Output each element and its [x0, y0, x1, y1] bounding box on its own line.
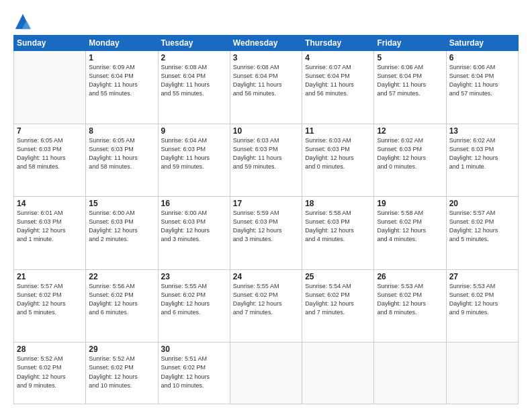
day-info: Sunrise: 6:00 AM Sunset: 6:03 PM Dayligh…: [89, 209, 154, 244]
day-info: Sunrise: 5:51 AM Sunset: 6:02 PM Dayligh…: [161, 355, 227, 390]
calendar-cell: [446, 342, 518, 404]
weekday-header: Friday: [374, 36, 446, 51]
day-number: 30: [161, 345, 227, 354]
calendar-cell: 3Sunrise: 6:08 AM Sunset: 6:04 PM Daylig…: [230, 51, 302, 124]
day-number: 6: [449, 53, 515, 62]
page: SundayMondayTuesdayWednesdayThursdayFrid…: [0, 0, 532, 411]
day-number: 16: [161, 199, 227, 208]
calendar-cell: 12Sunrise: 6:02 AM Sunset: 6:03 PM Dayli…: [374, 124, 446, 197]
day-info: Sunrise: 5:58 AM Sunset: 6:02 PM Dayligh…: [377, 209, 443, 244]
day-info: Sunrise: 6:08 AM Sunset: 6:04 PM Dayligh…: [233, 63, 299, 98]
day-info: Sunrise: 6:06 AM Sunset: 6:04 PM Dayligh…: [449, 63, 515, 98]
day-number: 10: [233, 126, 299, 136]
calendar-cell: 17Sunrise: 5:59 AM Sunset: 6:03 PM Dayli…: [230, 197, 302, 270]
day-info: Sunrise: 6:03 AM Sunset: 6:03 PM Dayligh…: [233, 136, 299, 171]
day-info: Sunrise: 6:03 AM Sunset: 6:03 PM Dayligh…: [305, 136, 371, 171]
day-info: Sunrise: 5:53 AM Sunset: 6:02 PM Dayligh…: [377, 282, 443, 317]
day-number: 24: [233, 272, 299, 281]
calendar-cell: 21Sunrise: 5:57 AM Sunset: 6:02 PM Dayli…: [14, 269, 86, 342]
day-info: Sunrise: 5:59 AM Sunset: 6:03 PM Dayligh…: [233, 209, 299, 244]
calendar-cell: [374, 342, 446, 404]
calendar-cell: 22Sunrise: 5:56 AM Sunset: 6:02 PM Dayli…: [86, 269, 158, 342]
day-info: Sunrise: 6:06 AM Sunset: 6:04 PM Dayligh…: [377, 63, 443, 98]
calendar-cell: 1Sunrise: 6:09 AM Sunset: 6:04 PM Daylig…: [86, 51, 158, 124]
day-info: Sunrise: 6:01 AM Sunset: 6:03 PM Dayligh…: [17, 209, 83, 244]
calendar-cell: 24Sunrise: 5:55 AM Sunset: 6:02 PM Dayli…: [230, 269, 302, 342]
weekday-header: Saturday: [446, 36, 518, 51]
calendar-cell: [302, 342, 374, 404]
calendar-cell: 6Sunrise: 6:06 AM Sunset: 6:04 PM Daylig…: [446, 51, 518, 124]
day-number: 8: [89, 126, 154, 136]
calendar-cell: 14Sunrise: 6:01 AM Sunset: 6:03 PM Dayli…: [14, 197, 86, 270]
weekday-header: Wednesday: [230, 36, 302, 51]
day-number: 5: [377, 53, 443, 62]
day-info: Sunrise: 6:09 AM Sunset: 6:04 PM Dayligh…: [89, 63, 154, 98]
calendar-cell: 9Sunrise: 6:04 AM Sunset: 6:03 PM Daylig…: [158, 124, 230, 197]
day-number: 22: [89, 272, 154, 281]
day-number: 17: [233, 199, 299, 208]
calendar-cell: 2Sunrise: 6:08 AM Sunset: 6:04 PM Daylig…: [158, 51, 230, 124]
day-info: Sunrise: 5:55 AM Sunset: 6:02 PM Dayligh…: [161, 282, 227, 317]
day-info: Sunrise: 5:56 AM Sunset: 6:02 PM Dayligh…: [89, 282, 154, 317]
day-number: 3: [233, 53, 299, 62]
calendar-cell: 20Sunrise: 5:57 AM Sunset: 6:02 PM Dayli…: [446, 197, 518, 270]
day-number: 19: [377, 199, 443, 208]
day-info: Sunrise: 6:02 AM Sunset: 6:03 PM Dayligh…: [377, 136, 443, 171]
day-number: 18: [305, 199, 371, 208]
day-number: 20: [449, 199, 515, 208]
calendar-cell: 15Sunrise: 6:00 AM Sunset: 6:03 PM Dayli…: [86, 197, 158, 270]
day-info: Sunrise: 5:52 AM Sunset: 6:02 PM Dayligh…: [17, 355, 83, 390]
calendar-cell: [14, 51, 86, 124]
weekday-header-row: SundayMondayTuesdayWednesdayThursdayFrid…: [14, 36, 519, 51]
day-number: 2: [161, 53, 227, 62]
day-number: 21: [17, 272, 83, 281]
day-info: Sunrise: 5:57 AM Sunset: 6:02 PM Dayligh…: [17, 282, 83, 317]
day-info: Sunrise: 6:00 AM Sunset: 6:03 PM Dayligh…: [161, 209, 227, 244]
day-info: Sunrise: 5:55 AM Sunset: 6:02 PM Dayligh…: [233, 282, 299, 317]
day-number: 26: [377, 272, 443, 281]
day-number: 13: [449, 126, 515, 136]
weekday-header: Tuesday: [158, 36, 230, 51]
calendar-week-row: 21Sunrise: 5:57 AM Sunset: 6:02 PM Dayli…: [14, 269, 519, 342]
day-info: Sunrise: 5:53 AM Sunset: 6:02 PM Dayligh…: [449, 282, 515, 317]
calendar-cell: 19Sunrise: 5:58 AM Sunset: 6:02 PM Dayli…: [374, 197, 446, 270]
calendar-cell: 11Sunrise: 6:03 AM Sunset: 6:03 PM Dayli…: [302, 124, 374, 197]
day-number: 15: [89, 199, 154, 208]
day-number: 4: [305, 53, 371, 62]
calendar-cell: 8Sunrise: 6:05 AM Sunset: 6:03 PM Daylig…: [86, 124, 158, 197]
calendar-week-row: 1Sunrise: 6:09 AM Sunset: 6:04 PM Daylig…: [14, 51, 519, 124]
calendar-table: SundayMondayTuesdayWednesdayThursdayFrid…: [13, 35, 519, 404]
day-number: 9: [161, 126, 227, 136]
day-number: 28: [17, 345, 83, 354]
weekday-header: Thursday: [302, 36, 374, 51]
day-number: 12: [377, 126, 443, 136]
day-number: 29: [89, 345, 154, 354]
calendar-cell: 27Sunrise: 5:53 AM Sunset: 6:02 PM Dayli…: [446, 269, 518, 342]
calendar-cell: 23Sunrise: 5:55 AM Sunset: 6:02 PM Dayli…: [158, 269, 230, 342]
day-number: 25: [305, 272, 371, 281]
calendar-week-row: 14Sunrise: 6:01 AM Sunset: 6:03 PM Dayli…: [14, 197, 519, 270]
calendar-cell: 13Sunrise: 6:02 AM Sunset: 6:03 PM Dayli…: [446, 124, 518, 197]
calendar-cell: 4Sunrise: 6:07 AM Sunset: 6:04 PM Daylig…: [302, 51, 374, 124]
day-info: Sunrise: 6:07 AM Sunset: 6:04 PM Dayligh…: [305, 63, 371, 98]
day-info: Sunrise: 6:05 AM Sunset: 6:03 PM Dayligh…: [89, 136, 154, 171]
calendar-cell: 28Sunrise: 5:52 AM Sunset: 6:02 PM Dayli…: [14, 342, 86, 404]
calendar-cell: 16Sunrise: 6:00 AM Sunset: 6:03 PM Dayli…: [158, 197, 230, 270]
day-info: Sunrise: 5:57 AM Sunset: 6:02 PM Dayligh…: [449, 209, 515, 244]
day-number: 7: [17, 126, 83, 136]
day-number: 23: [161, 272, 227, 281]
day-info: Sunrise: 6:02 AM Sunset: 6:03 PM Dayligh…: [449, 136, 515, 171]
calendar-cell: 18Sunrise: 5:58 AM Sunset: 6:03 PM Dayli…: [302, 197, 374, 270]
day-info: Sunrise: 5:52 AM Sunset: 6:02 PM Dayligh…: [89, 355, 154, 390]
calendar-week-row: 7Sunrise: 6:05 AM Sunset: 6:03 PM Daylig…: [14, 124, 519, 197]
day-number: 27: [449, 272, 515, 281]
day-info: Sunrise: 5:54 AM Sunset: 6:02 PM Dayligh…: [305, 282, 371, 317]
day-number: 11: [305, 126, 371, 136]
day-info: Sunrise: 6:08 AM Sunset: 6:04 PM Dayligh…: [161, 63, 227, 98]
weekday-header: Sunday: [14, 36, 86, 51]
calendar-cell: 10Sunrise: 6:03 AM Sunset: 6:03 PM Dayli…: [230, 124, 302, 197]
logo: [13, 12, 35, 31]
day-info: Sunrise: 6:04 AM Sunset: 6:03 PM Dayligh…: [161, 136, 227, 171]
day-number: 1: [89, 53, 154, 62]
logo-icon: [13, 12, 32, 31]
